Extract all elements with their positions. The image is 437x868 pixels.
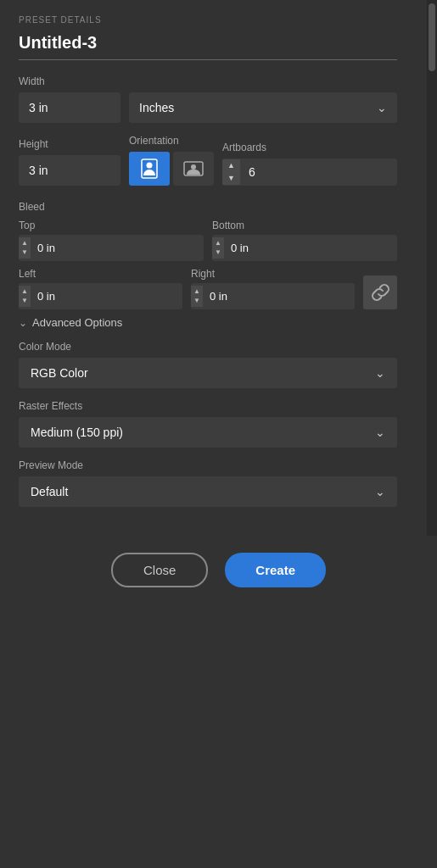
artboards-input[interactable] <box>240 159 291 186</box>
color-mode-value: RGB Color <box>31 366 88 380</box>
bleed-left-input[interactable] <box>31 283 182 309</box>
link-bleed-button[interactable] <box>363 275 397 309</box>
artboards-increment-button[interactable]: ▲ <box>222 159 240 172</box>
bleed-right-label: Right <box>191 268 355 280</box>
bottom-bar: Close Create <box>0 536 437 608</box>
color-mode-label: Color Mode <box>19 341 397 353</box>
bleed-left-up[interactable]: ▲ <box>21 287 28 296</box>
create-button[interactable]: Create <box>225 553 326 587</box>
preview-mode-value: Default <box>31 485 68 498</box>
raster-effects-arrow: ⌄ <box>375 426 385 439</box>
preview-mode-label: Preview Mode <box>19 459 397 471</box>
advanced-chevron-icon: ⌄ <box>19 317 27 329</box>
unit-dropdown-arrow: ⌄ <box>377 101 387 114</box>
bleed-left-down[interactable]: ▼ <box>21 297 28 305</box>
portrait-button[interactable] <box>129 152 170 186</box>
scrollbar-thumb[interactable] <box>429 3 435 71</box>
bleed-bottom-down[interactable]: ▼ <box>215 248 221 257</box>
bleed-right-down[interactable]: ▼ <box>193 297 200 305</box>
raster-effects-label: Raster Effects <box>19 400 397 412</box>
artboards-label: Artboards <box>222 142 397 153</box>
bleed-bottom-label: Bottom <box>212 220 397 231</box>
bleed-top-down[interactable]: ▼ <box>21 248 28 257</box>
preset-title-input[interactable] <box>19 33 397 60</box>
portrait-icon <box>137 157 161 181</box>
bleed-bottom-up[interactable]: ▲ <box>215 239 221 248</box>
bleed-label: Bleed <box>19 201 397 213</box>
advanced-options-toggle[interactable]: ⌄ Advanced Options <box>19 316 397 329</box>
bleed-section: Bleed Top ▲ ▼ Bottom <box>19 201 397 309</box>
width-label: Width <box>19 75 120 87</box>
raster-effects-dropdown[interactable]: Medium (150 ppi) ⌄ <box>19 417 397 448</box>
width-input[interactable] <box>19 92 120 123</box>
advanced-options-label: Advanced Options <box>32 316 122 329</box>
bleed-top-input[interactable] <box>31 235 204 261</box>
section-label: PRESET DETAILS <box>19 15 397 25</box>
bleed-right-up[interactable]: ▲ <box>193 287 200 296</box>
orientation-label: Orientation <box>129 135 214 147</box>
link-icon <box>371 283 389 302</box>
bleed-top-up[interactable]: ▲ <box>21 239 28 248</box>
landscape-button[interactable] <box>173 152 214 186</box>
scrollbar[interactable] <box>427 0 437 536</box>
bleed-bottom-input[interactable] <box>224 235 397 261</box>
color-mode-arrow: ⌄ <box>375 366 385 380</box>
artboards-decrement-button[interactable]: ▼ <box>222 172 240 185</box>
bleed-top-label: Top <box>19 220 204 231</box>
preview-mode-dropdown[interactable]: Default ⌄ <box>19 476 397 507</box>
unit-value: Inches <box>139 101 174 114</box>
preview-mode-arrow: ⌄ <box>375 485 385 498</box>
height-input[interactable] <box>19 155 120 186</box>
close-button[interactable]: Close <box>111 553 208 587</box>
color-mode-dropdown[interactable]: RGB Color ⌄ <box>19 358 397 388</box>
preset-details-panel: PRESET DETAILS Width Inches ⌄ Height <box>0 0 416 536</box>
raster-effects-value: Medium (150 ppi) <box>31 426 123 439</box>
landscape-icon <box>182 157 205 181</box>
height-label: Height <box>19 138 120 150</box>
svg-point-3 <box>191 164 196 170</box>
bleed-right-input[interactable] <box>203 283 355 309</box>
svg-point-1 <box>147 163 153 169</box>
bleed-left-label: Left <box>19 268 182 280</box>
unit-dropdown[interactable]: Inches ⌄ <box>129 92 397 123</box>
